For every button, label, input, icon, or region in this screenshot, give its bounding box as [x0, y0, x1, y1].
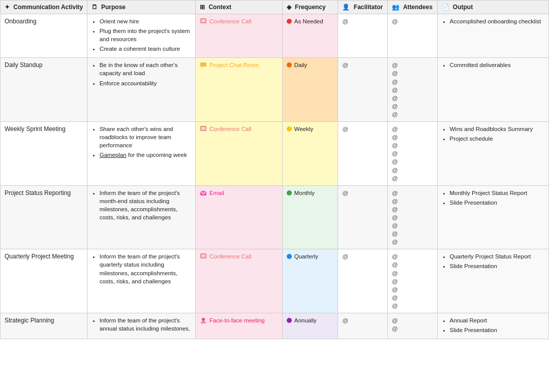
frequency-label-text: Daily [294, 61, 308, 69]
table-row-quarterly: Quarterly Project MeetingInform the team… [1, 249, 549, 313]
context-cell-strategic: Face-to-face meeting [196, 313, 283, 339]
facilitator-value: @ [342, 253, 348, 259]
attendee-value: @ [392, 205, 433, 213]
frequency-label-text: Quarterly [294, 252, 318, 260]
context-cell-standup: Project Chat Room [196, 58, 283, 122]
gameplan-link[interactable]: Gameplan [100, 152, 127, 158]
purpose-cell-status: Inform the team of the project's month-e… [87, 185, 195, 249]
attendee-value: @ [392, 238, 433, 246]
facilitator-cell-sprint: @ [338, 122, 388, 186]
frequency-dot [287, 254, 292, 259]
purpose-item: Orient new hire [100, 17, 191, 25]
purpose-item: Inform the team of the project's quarter… [100, 252, 191, 285]
output-cell-quarterly: Quarterly Project Status ReportSlide Pre… [437, 249, 548, 313]
attendee-value: @ [392, 17, 433, 25]
purpose-item: Inform the team of the project's month-e… [100, 189, 191, 221]
attendee-value: @ [392, 293, 433, 302]
context-label-text: Conference Call [209, 17, 251, 25]
attendees-cell-quarterly: @@@@@@@ [387, 249, 437, 313]
th-output: 📄 Output [437, 1, 548, 14]
attendees-cell-standup: @@@@@@@ [387, 58, 437, 122]
attendee-value: @ [392, 102, 433, 110]
frequency-cell-strategic: Annually [282, 313, 338, 339]
facilitator-cell-strategic: @ [338, 313, 388, 339]
output-cell-status: Monthly Project Status ReportSlide Prese… [437, 185, 548, 249]
attendee-value: @ [392, 69, 433, 77]
output-cell-onboarding: Accomplished onboarding checklist [437, 14, 548, 58]
context-label-text: Email [209, 189, 224, 197]
attendee-value: @ [392, 285, 433, 293]
output-cell-sprint: Wins and Roadblocks SummaryProject sched… [437, 122, 548, 186]
attendee-value: @ [392, 260, 433, 269]
facilitator-cell-quarterly: @ [338, 249, 388, 313]
svg-rect-1 [201, 19, 205, 22]
th-context: ⊞ Context [196, 1, 283, 14]
purpose-cell-onboarding: Orient new hirePlug them into the projec… [87, 14, 195, 58]
attendee-value: @ [392, 157, 433, 166]
attendee-value: @ [392, 133, 433, 141]
activity-cell-strategic: Strategic Planning [1, 313, 87, 339]
activity-icon: ✦ [5, 4, 10, 11]
purpose-item: Enforce accountability [100, 79, 191, 87]
attendees-cell-sprint: @@@@@@@ [387, 122, 437, 186]
purpose-item: Share each other's wins and roadblocks t… [100, 125, 191, 149]
attendees-cell-strategic: @@ [387, 313, 437, 339]
svg-rect-5 [201, 127, 205, 130]
table-row-status: Project Status ReportingInform the team … [1, 185, 549, 249]
attendees-cell-onboarding: @ [387, 14, 437, 58]
attendee-value: @ [392, 197, 433, 205]
frequency-icon: ◈ [287, 4, 291, 11]
activity-cell-quarterly: Quarterly Project Meeting [1, 249, 87, 313]
attendee-value: @ [392, 125, 433, 133]
th-frequency: ◈ Frequency [282, 1, 338, 14]
output-item: Slide Presentation [450, 262, 544, 270]
purpose-item: Create a coherent team culture [100, 45, 191, 53]
context-icon: ⊞ [200, 4, 205, 11]
output-item: Monthly Project Status Report [450, 189, 544, 197]
activity-cell-status: Project Status Reporting [1, 185, 87, 249]
attendee-value: @ [392, 86, 433, 94]
facilitator-cell-status: @ [338, 185, 388, 249]
output-item: Slide Presentation [450, 326, 544, 334]
output-item: Accomplished onboarding checklist [450, 17, 544, 25]
attendee-value: @ [392, 78, 433, 86]
purpose-item: Be in the know of each other's capacity … [100, 61, 191, 77]
svg-rect-8 [201, 254, 205, 257]
table-row-sprint: Weekly Sprint MeetingShare each other's … [1, 122, 549, 186]
attendees-header-label: Attendees [403, 4, 433, 11]
frequency-dot [287, 62, 292, 68]
attendee-value: @ [392, 189, 433, 197]
output-icon: 📄 [442, 4, 449, 11]
table-row-standup: Daily StandupBe in the know of each othe… [1, 58, 549, 122]
output-item: Slide Presentation [450, 199, 544, 207]
attendee-value: @ [392, 166, 433, 174]
attendee-value: @ [392, 110, 433, 118]
attendee-value: @ [392, 302, 433, 310]
frequency-label-text: Monthly [294, 189, 315, 197]
frequency-dot [287, 126, 292, 132]
activity-cell-sprint: Weekly Sprint Meeting [1, 122, 87, 186]
output-item: Wins and Roadblocks Summary [450, 125, 544, 133]
frequency-dot [287, 318, 292, 323]
attendees-icon: 👥 [392, 4, 400, 11]
attendees-cell-status: @@@@@@@ [387, 185, 437, 249]
attendee-value: @ [392, 277, 433, 285]
purpose-item: Plug them into the project's system and … [100, 27, 191, 43]
attendee-value: @ [392, 269, 433, 277]
attendee-value: @ [392, 141, 433, 149]
purpose-cell-standup: Be in the know of each other's capacity … [87, 58, 195, 122]
frequency-cell-status: Monthly [282, 185, 338, 249]
attendee-value: @ [392, 316, 433, 324]
frequency-dot [287, 190, 292, 195]
purpose-cell-sprint: Share each other's wins and roadblocks t… [87, 122, 195, 186]
svg-rect-2 [200, 62, 206, 67]
facilitator-header-label: Facilitator [354, 4, 383, 11]
th-facilitator: 👤 Facilitator [338, 1, 388, 14]
output-cell-strategic: Annual ReportSlide Presentation [437, 313, 548, 339]
frequency-header-label: Frequency [295, 4, 326, 11]
activity-header-label: Communication Activity [13, 4, 83, 11]
output-item: Committed deliverables [450, 61, 544, 69]
facilitator-cell-onboarding: @ [338, 14, 388, 58]
purpose-header-label: Purpose [101, 4, 126, 11]
context-label-text: Conference Call [209, 252, 251, 260]
